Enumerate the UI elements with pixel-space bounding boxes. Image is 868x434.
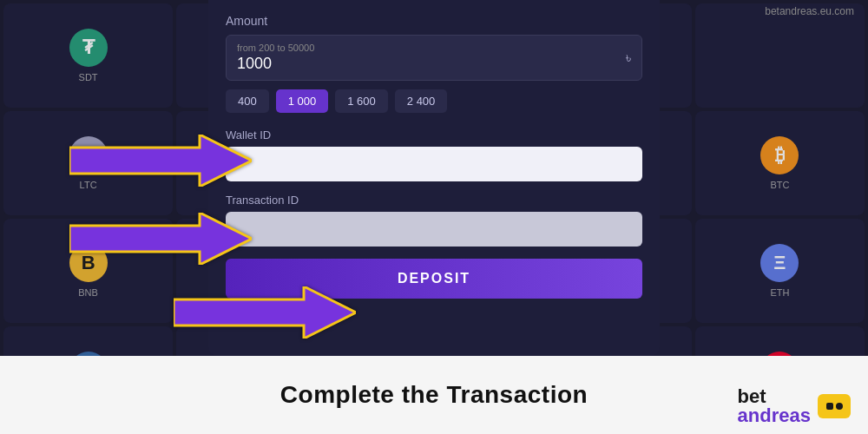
- arrow-transaction-annotation: [69, 213, 252, 268]
- wallet-id-label: Wallet ID: [226, 128, 642, 141]
- svg-rect-5: [826, 403, 833, 410]
- quick-amount-buttons: 400 1 000 1 600 2 400: [226, 89, 642, 113]
- quick-amount-1000[interactable]: 1 000: [276, 89, 329, 113]
- svg-point-6: [836, 403, 843, 410]
- amount-hint: from 200 to 50000: [237, 43, 621, 53]
- transaction-id-label: Transaction ID: [226, 194, 642, 207]
- amount-input-wrapper: from 200 to 50000 ৳: [226, 35, 642, 81]
- logo-bet-text: bet: [738, 387, 811, 406]
- logo-area: bet andreas: [738, 387, 851, 425]
- quick-amount-400[interactable]: 400: [226, 89, 269, 113]
- bottom-bar: Complete the Transaction bet andreas: [0, 356, 868, 434]
- website-url: betandreas.eu.com: [765, 5, 854, 17]
- bottom-bar-title: Complete the Transaction: [280, 381, 588, 409]
- bg-cell: ₮SDT: [3, 3, 173, 108]
- amount-input[interactable]: [237, 55, 621, 73]
- quick-amount-1600[interactable]: 1 600: [335, 89, 388, 113]
- wallet-id-input[interactable]: [226, 147, 642, 181]
- bg-cell: ₿BTC: [695, 111, 865, 215]
- logo-andreas-text: andreas: [738, 406, 811, 425]
- arrow-deposit-annotation: [174, 286, 356, 342]
- bg-cell: ΞETH: [695, 219, 865, 323]
- transaction-id-input[interactable]: [226, 212, 642, 247]
- logo-icon: [818, 394, 851, 418]
- svg-marker-1: [69, 135, 252, 187]
- svg-marker-2: [69, 213, 252, 265]
- amount-label: Amount: [226, 14, 642, 28]
- bg-cell: [695, 3, 865, 108]
- svg-marker-3: [174, 286, 356, 339]
- quick-amount-2400[interactable]: 2 400: [395, 89, 448, 113]
- currency-symbol: ৳: [626, 50, 631, 66]
- arrow-wallet-annotation: [69, 135, 252, 190]
